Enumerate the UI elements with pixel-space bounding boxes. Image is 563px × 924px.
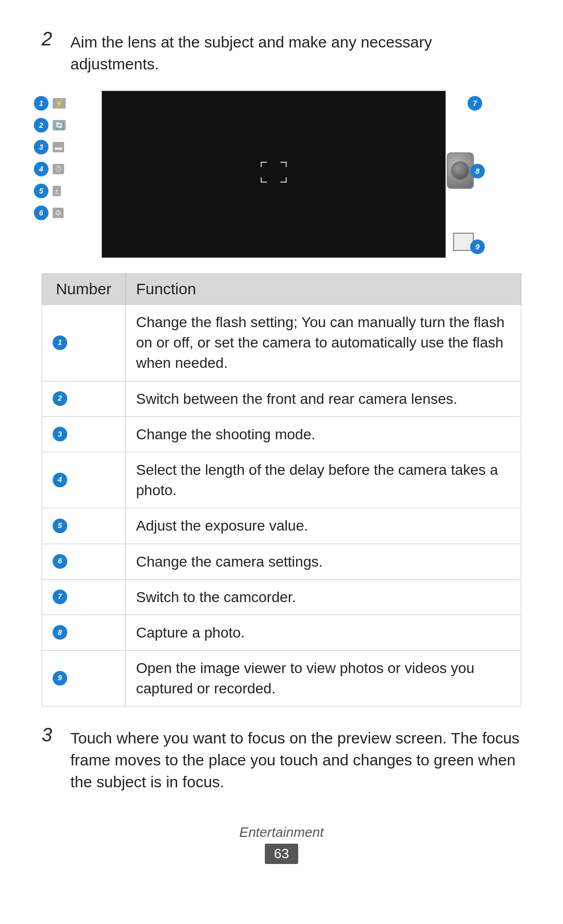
cam-symbol-1: ⚡ — [53, 98, 66, 109]
table-badge: 6 — [53, 554, 67, 569]
cam-icon-row-1: 1 ⚡ — [34, 96, 66, 111]
bracket-tl — [261, 162, 267, 167]
footer-label: Entertainment — [42, 824, 521, 841]
step-3-block: 3 Touch where you want to focus on the p… — [42, 727, 521, 793]
bracket-bl — [261, 177, 267, 183]
cam-badge-9: 9 — [470, 239, 485, 254]
table-cell-function: Open the image viewer to view photos or … — [126, 651, 521, 706]
bracket-tr — [280, 162, 287, 167]
table-cell-number: 6 — [42, 544, 126, 579]
table-badge: 9 — [53, 671, 67, 686]
cam-badge-8: 8 — [470, 164, 485, 178]
cam-symbol-3: ▬ — [53, 142, 64, 152]
table-cell-number: 3 — [42, 416, 126, 452]
table-badge: 4 — [53, 473, 67, 487]
cam-symbol-2: 🔄 — [53, 120, 66, 130]
cam-badge-9-wrapper: 9 — [470, 239, 485, 254]
table-cell-number: 4 — [42, 452, 126, 508]
table-cell-function: Switch to the camcorder. — [126, 579, 521, 615]
table-badge: 2 — [53, 391, 67, 406]
table-header-number: Number — [42, 274, 126, 305]
cam-icon-row-5: 5 ± — [34, 184, 66, 198]
step-3-text: Touch where you want to focus on the pre… — [70, 727, 521, 793]
table-row: 3Change the shooting mode. — [42, 416, 521, 452]
table-row: 8Capture a photo. — [42, 615, 521, 650]
cam-badge-6: 6 — [34, 206, 48, 220]
table-cell-function: Select the length of the delay before th… — [126, 452, 521, 508]
cam-icon-row-4: 4 ⏱ — [34, 162, 66, 176]
bracket-br — [280, 177, 287, 183]
camera-right-icons: 7 — [468, 96, 482, 111]
table-row: 5Adjust the exposure value. — [42, 508, 521, 544]
table-row: 4Select the length of the delay before t… — [42, 452, 521, 508]
table-cell-function: Capture a photo. — [126, 615, 521, 650]
cam-badge-2: 2 — [34, 118, 48, 133]
table-cell-function: Adjust the exposure value. — [126, 508, 521, 544]
cam-icon-row-3: 3 ▬ — [34, 140, 66, 154]
table-row: 1Change the flash setting; You can manua… — [42, 305, 521, 381]
step-3-number: 3 — [42, 724, 70, 746]
cam-symbol-5: ± — [53, 186, 61, 196]
table-row: 7Switch to the camcorder. — [42, 579, 521, 615]
capture-button-inner — [451, 161, 470, 180]
cam-badge-5: 5 — [34, 184, 48, 198]
table-cell-number: 2 — [42, 381, 126, 416]
camera-preview: 1 ⚡ 2 🔄 3 ▬ 4 ⏱ 5 ± 6 ⚙ — [70, 91, 477, 258]
cam-badge-7: 7 — [468, 96, 482, 111]
table-cell-number: 7 — [42, 579, 126, 615]
table-cell-function: Switch between the front and rear camera… — [126, 381, 521, 416]
table-badge: 7 — [53, 590, 67, 604]
step-2-number: 2 — [42, 28, 70, 50]
table-row: 6Change the camera settings. — [42, 544, 521, 579]
table-cell-number: 1 — [42, 305, 126, 381]
cam-symbol-6: ⚙ — [53, 208, 64, 218]
cam-badge-4: 4 — [34, 162, 48, 176]
table-row: 9Open the image viewer to view photos or… — [42, 651, 521, 706]
table-cell-number: 9 — [42, 651, 126, 706]
table-cell-function: Change the flash setting; You can manual… — [126, 305, 521, 381]
table-cell-number: 8 — [42, 615, 126, 650]
cam-right-row-7: 7 — [468, 96, 482, 111]
camera-screen — [102, 91, 446, 258]
step-2-text: Aim the lens at the subject and make any… — [70, 31, 521, 75]
table-cell-function: Change the camera settings. — [126, 544, 521, 579]
camera-left-icons: 1 ⚡ 2 🔄 3 ▬ 4 ⏱ 5 ± 6 ⚙ — [34, 96, 66, 220]
table-badge: 5 — [53, 519, 67, 533]
table-cell-function: Change the shooting mode. — [126, 416, 521, 452]
table-badge: 1 — [53, 335, 67, 350]
cam-icon-row-6: 6 ⚙ — [34, 206, 66, 220]
cam-icon-row-2: 2 🔄 — [34, 118, 66, 133]
step-2-block: 2 Aim the lens at the subject and make a… — [42, 31, 521, 75]
footer: Entertainment 63 — [42, 824, 521, 874]
focus-brackets — [261, 162, 287, 183]
function-table: Number Function 1Change the flash settin… — [42, 273, 521, 706]
cam-badge-3: 3 — [34, 140, 48, 154]
table-badge: 3 — [53, 427, 67, 441]
table-badge: 8 — [53, 625, 67, 640]
table-row: 2Switch between the front and rear camer… — [42, 381, 521, 416]
cam-symbol-4: ⏱ — [53, 164, 64, 174]
table-header-function: Function — [126, 274, 521, 305]
cam-badge-8-wrapper: 8 — [470, 164, 485, 178]
footer-page: 63 — [265, 844, 299, 864]
cam-badge-1: 1 — [34, 96, 48, 111]
table-cell-number: 5 — [42, 508, 126, 544]
